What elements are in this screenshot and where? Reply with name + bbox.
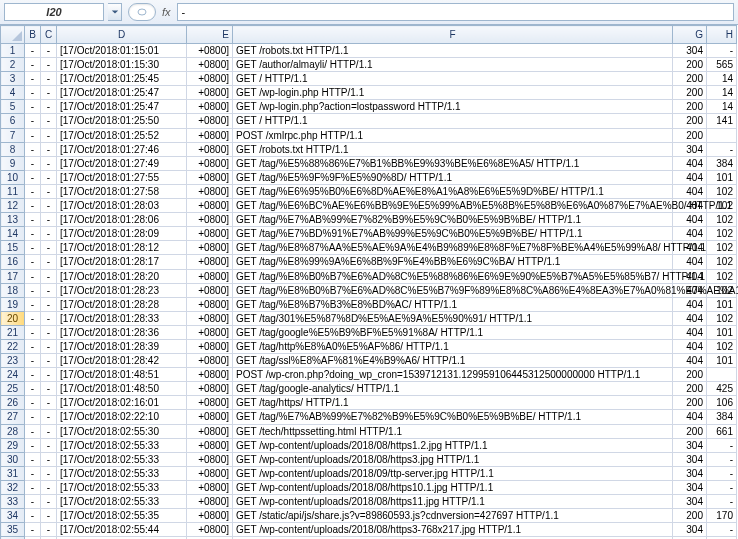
cell[interactable]: GET /tag/%E8%B7%B3%E8%BD%AC/ HTTP/1.1 bbox=[233, 297, 673, 311]
cell[interactable]: [17/Oct/2018:01:27:58 bbox=[57, 184, 187, 198]
cell[interactable]: [17/Oct/2018:01:25:47 bbox=[57, 86, 187, 100]
row-header[interactable]: 17 bbox=[1, 269, 25, 283]
cell[interactable]: 661 bbox=[707, 424, 737, 438]
cell[interactable]: - bbox=[41, 156, 57, 170]
row-header[interactable]: 25 bbox=[1, 382, 25, 396]
cell[interactable]: 101 bbox=[707, 325, 737, 339]
cell[interactable]: 200 bbox=[673, 58, 707, 72]
cell[interactable]: - bbox=[25, 325, 41, 339]
cell[interactable]: 14 bbox=[707, 86, 737, 100]
cell[interactable]: +0800] bbox=[187, 283, 233, 297]
cell[interactable]: - bbox=[41, 184, 57, 198]
cell[interactable]: 384 bbox=[707, 156, 737, 170]
cell[interactable]: - bbox=[25, 466, 41, 480]
cell[interactable]: 304 bbox=[673, 523, 707, 537]
cell[interactable]: [17/Oct/2018:01:25:50 bbox=[57, 114, 187, 128]
cell[interactable] bbox=[707, 128, 737, 142]
cell[interactable]: +0800] bbox=[187, 480, 233, 494]
row-header[interactable]: 12 bbox=[1, 199, 25, 213]
cell[interactable]: - bbox=[41, 382, 57, 396]
row-header[interactable]: 13 bbox=[1, 213, 25, 227]
cell[interactable]: +0800] bbox=[187, 114, 233, 128]
cell[interactable]: - bbox=[41, 199, 57, 213]
cell[interactable]: 102 bbox=[707, 311, 737, 325]
cell[interactable]: +0800] bbox=[187, 128, 233, 142]
col-header-b[interactable]: B bbox=[25, 26, 41, 44]
cell[interactable]: - bbox=[41, 72, 57, 86]
cell[interactable]: - bbox=[25, 241, 41, 255]
row-header[interactable]: 26 bbox=[1, 396, 25, 410]
row-header[interactable]: 1 bbox=[1, 44, 25, 58]
cell[interactable]: - bbox=[707, 523, 737, 537]
cell[interactable]: - bbox=[25, 72, 41, 86]
cell[interactable]: - bbox=[25, 523, 41, 537]
cell[interactable]: [17/Oct/2018:01:28:28 bbox=[57, 297, 187, 311]
row-header[interactable]: 18 bbox=[1, 283, 25, 297]
cell[interactable]: - bbox=[25, 283, 41, 297]
cell[interactable]: - bbox=[41, 480, 57, 494]
cell[interactable]: GET /tag/%E5%88%86%E7%B1%BB%E9%93%BE%E6%… bbox=[233, 156, 673, 170]
formula-input[interactable]: - bbox=[177, 3, 734, 21]
cell[interactable]: - bbox=[25, 452, 41, 466]
cell[interactable]: 404 bbox=[673, 255, 707, 269]
row-header[interactable]: 7 bbox=[1, 128, 25, 142]
cell[interactable]: GET /wp-content/uploads/2018/08/https3-7… bbox=[233, 523, 673, 537]
cell[interactable]: - bbox=[25, 170, 41, 184]
cell[interactable]: GET /tag/%E7%AB%99%E7%82%B9%E5%9C%B0%E5%… bbox=[233, 213, 673, 227]
cell[interactable]: - bbox=[25, 227, 41, 241]
cell[interactable]: GET /robots.txt HTTP/1.1 bbox=[233, 142, 673, 156]
cell[interactable]: 304 bbox=[673, 466, 707, 480]
cell[interactable]: 141 bbox=[707, 114, 737, 128]
cell[interactable]: +0800] bbox=[187, 396, 233, 410]
row-header[interactable]: 28 bbox=[1, 424, 25, 438]
cell[interactable]: - bbox=[41, 170, 57, 184]
row-header[interactable]: 33 bbox=[1, 495, 25, 509]
cell[interactable]: GET /author/almayli/ HTTP/1.1 bbox=[233, 58, 673, 72]
cell[interactable]: 101 bbox=[707, 354, 737, 368]
cell[interactable]: - bbox=[25, 100, 41, 114]
row-header[interactable]: 32 bbox=[1, 480, 25, 494]
cell[interactable]: [17/Oct/2018:01:28:39 bbox=[57, 339, 187, 353]
row-header[interactable]: 22 bbox=[1, 339, 25, 353]
cell[interactable]: +0800] bbox=[187, 44, 233, 58]
cell[interactable]: GET /wp-content/uploads/2018/08/https1.2… bbox=[233, 438, 673, 452]
cell[interactable]: [17/Oct/2018:01:28:17 bbox=[57, 255, 187, 269]
cell[interactable]: [17/Oct/2018:02:55:44 bbox=[57, 523, 187, 537]
cell[interactable]: +0800] bbox=[187, 509, 233, 523]
cell[interactable]: [17/Oct/2018:02:55:33 bbox=[57, 480, 187, 494]
cell[interactable]: - bbox=[25, 297, 41, 311]
cell[interactable]: 14 bbox=[707, 100, 737, 114]
cell[interactable]: - bbox=[25, 495, 41, 509]
cell[interactable]: 404 bbox=[673, 354, 707, 368]
cell[interactable]: [17/Oct/2018:02:55:30 bbox=[57, 424, 187, 438]
cell[interactable]: - bbox=[25, 339, 41, 353]
cell[interactable]: +0800] bbox=[187, 72, 233, 86]
cell[interactable]: 304 bbox=[673, 142, 707, 156]
cell[interactable]: 200 bbox=[673, 509, 707, 523]
cell[interactable]: +0800] bbox=[187, 339, 233, 353]
cell[interactable]: +0800] bbox=[187, 199, 233, 213]
cell[interactable]: GET /tag/https/ HTTP/1.1 bbox=[233, 396, 673, 410]
cell[interactable]: - bbox=[41, 297, 57, 311]
cell[interactable]: - bbox=[25, 480, 41, 494]
col-header-h[interactable]: H bbox=[707, 26, 737, 44]
cell[interactable]: - bbox=[25, 410, 41, 424]
cell[interactable]: - bbox=[41, 86, 57, 100]
row-header[interactable]: 6 bbox=[1, 114, 25, 128]
cell[interactable]: +0800] bbox=[187, 227, 233, 241]
cell[interactable]: GET /tag/google%E5%B9%BF%E5%91%8A/ HTTP/… bbox=[233, 325, 673, 339]
cell[interactable]: 200 bbox=[673, 396, 707, 410]
cell[interactable]: GET /tag/%E7%BD%91%E7%AB%99%E5%9C%B0%E5%… bbox=[233, 227, 673, 241]
cell[interactable]: - bbox=[25, 213, 41, 227]
cell[interactable]: - bbox=[41, 213, 57, 227]
cell[interactable]: +0800] bbox=[187, 311, 233, 325]
cell[interactable]: +0800] bbox=[187, 523, 233, 537]
cell[interactable]: [17/Oct/2018:01:27:49 bbox=[57, 156, 187, 170]
cell[interactable]: GET /wp-content/uploads/2018/08/https11.… bbox=[233, 495, 673, 509]
cell[interactable]: 200 bbox=[673, 382, 707, 396]
fx-expand-button[interactable] bbox=[128, 3, 156, 21]
cell[interactable]: - bbox=[707, 466, 737, 480]
name-box[interactable]: I20 bbox=[4, 3, 104, 21]
cell[interactable]: +0800] bbox=[187, 255, 233, 269]
cell[interactable]: 200 bbox=[673, 72, 707, 86]
